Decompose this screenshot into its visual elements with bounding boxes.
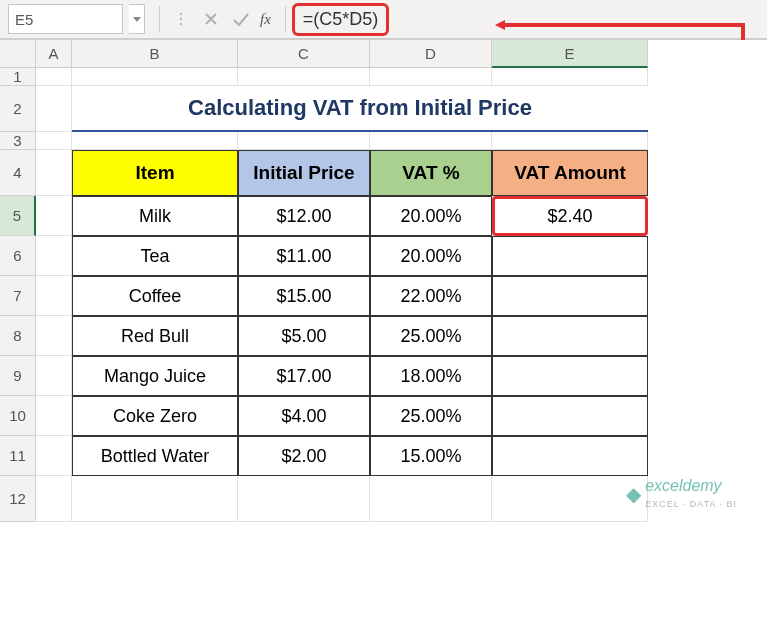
- row-header-3[interactable]: 3: [0, 132, 36, 150]
- select-all-corner[interactable]: [0, 40, 36, 68]
- col-header-B[interactable]: B: [72, 40, 238, 68]
- data-price[interactable]: $4.00: [238, 396, 370, 436]
- row-header-1[interactable]: 1: [0, 68, 36, 86]
- cancel-icon[interactable]: [196, 4, 226, 34]
- watermark-brand: exceldemy: [645, 477, 721, 494]
- row-header-7[interactable]: 7: [0, 276, 36, 316]
- col-header-A[interactable]: A: [36, 40, 72, 68]
- cell[interactable]: [370, 476, 492, 522]
- data-price[interactable]: $17.00: [238, 356, 370, 396]
- cell[interactable]: [492, 476, 648, 522]
- row-header-12[interactable]: 12: [0, 476, 36, 522]
- row-8: 8 Red Bull $5.00 25.00%: [0, 316, 767, 356]
- data-amount[interactable]: [492, 276, 648, 316]
- row-7: 7 Coffee $15.00 22.00%: [0, 276, 767, 316]
- data-price[interactable]: $12.00: [238, 196, 370, 236]
- formula-input[interactable]: =(C5*D5): [292, 3, 390, 36]
- divider: [159, 6, 160, 32]
- cell[interactable]: [36, 356, 72, 396]
- data-amount[interactable]: [492, 316, 648, 356]
- data-item[interactable]: Tea: [72, 236, 238, 276]
- row-1: 1: [0, 68, 767, 86]
- row-header-8[interactable]: 8: [0, 316, 36, 356]
- cell[interactable]: [370, 132, 492, 150]
- cell[interactable]: [370, 68, 492, 86]
- data-vat[interactable]: 22.00%: [370, 276, 492, 316]
- data-price[interactable]: $15.00: [238, 276, 370, 316]
- data-vat[interactable]: 18.00%: [370, 356, 492, 396]
- data-vat[interactable]: 20.00%: [370, 196, 492, 236]
- watermark: ◆ exceldemy EXCEL · DATA · BI: [626, 477, 737, 510]
- row-header-10[interactable]: 10: [0, 396, 36, 436]
- cell[interactable]: [72, 476, 238, 522]
- title-cell[interactable]: Calculating VAT from Initial Price: [72, 86, 648, 132]
- cell[interactable]: [492, 68, 648, 86]
- cell[interactable]: [36, 196, 72, 236]
- row-6: 6 Tea $11.00 20.00%: [0, 236, 767, 276]
- data-price[interactable]: $11.00: [238, 236, 370, 276]
- data-amount[interactable]: [492, 356, 648, 396]
- cell[interactable]: [72, 132, 238, 150]
- cell[interactable]: [36, 132, 72, 150]
- cell[interactable]: [72, 68, 238, 86]
- worksheet: A B C D E 1 2 Calculating VAT from Initi…: [0, 40, 767, 522]
- divider: [285, 6, 286, 32]
- name-box-dropdown[interactable]: [129, 4, 145, 34]
- cell[interactable]: [36, 236, 72, 276]
- data-item[interactable]: Coffee: [72, 276, 238, 316]
- header-item[interactable]: Item: [72, 150, 238, 196]
- data-vat[interactable]: 20.00%: [370, 236, 492, 276]
- row-11: 11 Bottled Water $2.00 15.00%: [0, 436, 767, 476]
- row-header-11[interactable]: 11: [0, 436, 36, 476]
- chevron-down-icon: [133, 17, 141, 22]
- cell[interactable]: [238, 132, 370, 150]
- watermark-tagline: EXCEL · DATA · BI: [645, 499, 737, 509]
- cell[interactable]: [36, 316, 72, 356]
- cell[interactable]: [36, 150, 72, 196]
- row-header-5[interactable]: 5: [0, 196, 36, 236]
- active-cell-E5[interactable]: $2.40: [492, 196, 648, 236]
- cell[interactable]: [36, 396, 72, 436]
- dots-icon: [166, 4, 196, 34]
- row-header-4[interactable]: 4: [0, 150, 36, 196]
- column-headers-row: A B C D E: [0, 40, 767, 68]
- data-vat[interactable]: 15.00%: [370, 436, 492, 476]
- row-header-6[interactable]: 6: [0, 236, 36, 276]
- row-header-2[interactable]: 2: [0, 86, 36, 132]
- col-header-E[interactable]: E: [492, 40, 648, 68]
- data-item[interactable]: Coke Zero: [72, 396, 238, 436]
- watermark-logo-icon: ◆: [626, 482, 641, 506]
- data-price[interactable]: $2.00: [238, 436, 370, 476]
- cell[interactable]: [36, 86, 72, 132]
- data-amount[interactable]: [492, 436, 648, 476]
- data-amount[interactable]: [492, 236, 648, 276]
- col-header-D[interactable]: D: [370, 40, 492, 68]
- cell[interactable]: [238, 476, 370, 522]
- data-item[interactable]: Mango Juice: [72, 356, 238, 396]
- header-vat[interactable]: VAT %: [370, 150, 492, 196]
- cell[interactable]: [492, 132, 648, 150]
- cell[interactable]: [36, 476, 72, 522]
- row-header-9[interactable]: 9: [0, 356, 36, 396]
- row-3: 3: [0, 132, 767, 150]
- fx-label[interactable]: fx: [260, 11, 271, 28]
- cell[interactable]: [36, 436, 72, 476]
- data-price[interactable]: $5.00: [238, 316, 370, 356]
- data-vat[interactable]: 25.00%: [370, 316, 492, 356]
- data-amount[interactable]: [492, 396, 648, 436]
- col-header-C[interactable]: C: [238, 40, 370, 68]
- header-amount[interactable]: VAT Amount: [492, 150, 648, 196]
- data-vat[interactable]: 25.00%: [370, 396, 492, 436]
- row-4-headers: 4 Item Initial Price VAT % VAT Amount: [0, 150, 767, 196]
- header-price[interactable]: Initial Price: [238, 150, 370, 196]
- cell[interactable]: [36, 276, 72, 316]
- enter-icon[interactable]: [226, 4, 256, 34]
- cell[interactable]: [36, 68, 72, 86]
- row-5: 5 Milk $12.00 20.00% $2.40: [0, 196, 767, 236]
- data-item[interactable]: Milk: [72, 196, 238, 236]
- data-item[interactable]: Red Bull: [72, 316, 238, 356]
- cell[interactable]: [238, 68, 370, 86]
- name-box[interactable]: E5: [8, 4, 123, 34]
- svg-point-1: [180, 18, 182, 20]
- data-item[interactable]: Bottled Water: [72, 436, 238, 476]
